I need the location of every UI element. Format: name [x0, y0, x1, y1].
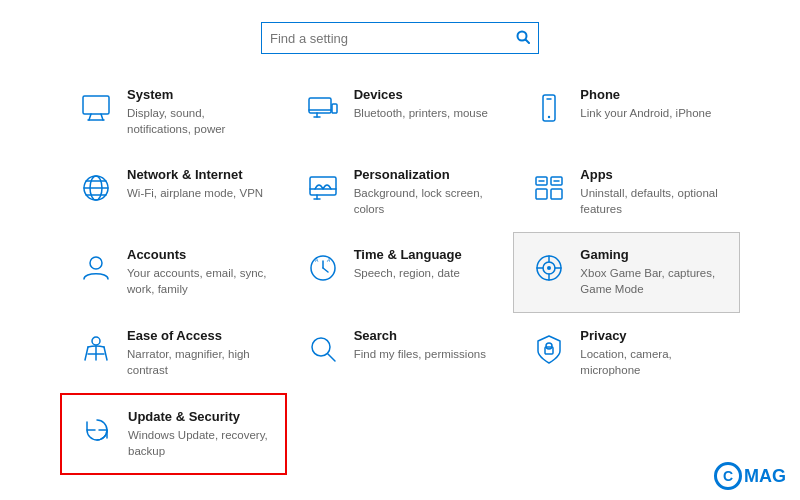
phone-icon [530, 89, 568, 127]
ease-text: Ease of Access Narrator, magnifier, high… [127, 328, 270, 378]
svg-line-32 [323, 268, 328, 272]
system-description: Display, sound, notifications, power [127, 105, 270, 137]
svg-point-29 [90, 257, 102, 269]
svg-rect-26 [551, 189, 562, 199]
ease-description: Narrator, magnifier, high contrast [127, 346, 270, 378]
apps-label: Apps [580, 167, 723, 182]
privacy-icon [530, 330, 568, 368]
svg-line-4 [101, 114, 103, 120]
network-description: Wi-Fi, airplane mode, VPN [127, 185, 263, 201]
devices-description: Bluetooth, printers, mouse [354, 105, 488, 121]
tile-phone[interactable]: Phone Link your Android, iPhone [513, 72, 740, 152]
network-label: Network & Internet [127, 167, 263, 182]
search-icon [304, 330, 342, 368]
personalization-label: Personalization [354, 167, 497, 182]
accounts-text: Accounts Your accounts, email, sync, wor… [127, 247, 270, 297]
svg-line-48 [328, 354, 335, 361]
system-text: System Display, sound, notifications, po… [127, 87, 270, 137]
tile-search[interactable]: Search Find my files, permissions [287, 313, 514, 393]
ease-label: Ease of Access [127, 328, 270, 343]
time-text: Time & Language Speech, region, date [354, 247, 462, 281]
network-icon [77, 169, 115, 207]
privacy-label: Privacy [580, 328, 723, 343]
accounts-label: Accounts [127, 247, 270, 262]
apps-description: Uninstall, defaults, optional features [580, 185, 723, 217]
svg-rect-2 [83, 96, 109, 114]
tile-system[interactable]: System Display, sound, notifications, po… [60, 72, 287, 152]
logo: C MAG [714, 462, 786, 490]
update-label: Update & Security [128, 409, 269, 424]
search-label: Search [354, 328, 486, 343]
gaming-description: Xbox Game Bar, captures, Game Mode [580, 265, 723, 297]
gaming-label: Gaming [580, 247, 723, 262]
time-label: Time & Language [354, 247, 462, 262]
svg-rect-7 [332, 104, 337, 113]
update-icon [78, 411, 116, 449]
tile-personalization[interactable]: Personalization Background, lock screen,… [287, 152, 514, 232]
svg-rect-25 [536, 189, 547, 199]
svg-rect-19 [310, 177, 336, 195]
tile-ease[interactable]: Ease of Access Narrator, magnifier, high… [60, 313, 287, 393]
tile-privacy[interactable]: Privacy Location, camera, microphone [513, 313, 740, 393]
time-icon: AA [304, 249, 342, 287]
svg-text:A: A [315, 257, 319, 263]
personalization-description: Background, lock screen, colors [354, 185, 497, 217]
apps-text: Apps Uninstall, defaults, optional featu… [580, 167, 723, 217]
tile-network[interactable]: Network & Internet Wi-Fi, airplane mode,… [60, 152, 287, 232]
svg-point-47 [312, 338, 330, 356]
gaming-text: Gaming Xbox Game Bar, captures, Game Mod… [580, 247, 723, 297]
privacy-text: Privacy Location, camera, microphone [580, 328, 723, 378]
devices-text: Devices Bluetooth, printers, mouse [354, 87, 488, 121]
update-text: Update & Security Windows Update, recove… [128, 409, 269, 459]
search-icon [516, 30, 530, 47]
personalization-text: Personalization Background, lock screen,… [354, 167, 497, 217]
search-input[interactable] [270, 31, 516, 46]
logo-c: C [714, 462, 742, 490]
search-description: Find my files, permissions [354, 346, 486, 362]
search-box[interactable] [261, 22, 539, 54]
settings-grid: System Display, sound, notifications, po… [0, 72, 800, 475]
svg-point-42 [92, 337, 100, 345]
phone-label: Phone [580, 87, 711, 102]
devices-label: Devices [354, 87, 488, 102]
system-label: System [127, 87, 270, 102]
tile-accounts[interactable]: Accounts Your accounts, email, sync, wor… [60, 232, 287, 312]
logo-text: MAG [744, 466, 786, 487]
svg-point-13 [548, 116, 550, 118]
tile-time[interactable]: AA Time & Language Speech, region, date [287, 232, 514, 312]
network-text: Network & Internet Wi-Fi, airplane mode,… [127, 167, 263, 201]
ease-icon [77, 330, 115, 368]
search-text: Search Find my files, permissions [354, 328, 486, 362]
tile-gaming[interactable]: Gaming Xbox Game Bar, captures, Game Mod… [513, 232, 740, 312]
apps-icon [530, 169, 568, 207]
update-description: Windows Update, recovery, backup [128, 427, 269, 459]
time-description: Speech, region, date [354, 265, 462, 281]
system-icon [77, 89, 115, 127]
tile-update[interactable]: Update & Security Windows Update, recove… [60, 393, 287, 475]
personalization-icon [304, 169, 342, 207]
svg-line-1 [526, 39, 530, 43]
svg-text:A: A [326, 257, 331, 263]
phone-text: Phone Link your Android, iPhone [580, 87, 711, 121]
devices-icon [304, 89, 342, 127]
privacy-description: Location, camera, microphone [580, 346, 723, 378]
accounts-icon [77, 249, 115, 287]
svg-line-3 [89, 114, 91, 120]
gaming-icon [530, 249, 568, 287]
svg-point-50 [546, 343, 552, 349]
tile-apps[interactable]: Apps Uninstall, defaults, optional featu… [513, 152, 740, 232]
accounts-description: Your accounts, email, sync, work, family [127, 265, 270, 297]
tile-devices[interactable]: Devices Bluetooth, printers, mouse [287, 72, 514, 152]
svg-point-37 [547, 266, 551, 270]
phone-description: Link your Android, iPhone [580, 105, 711, 121]
